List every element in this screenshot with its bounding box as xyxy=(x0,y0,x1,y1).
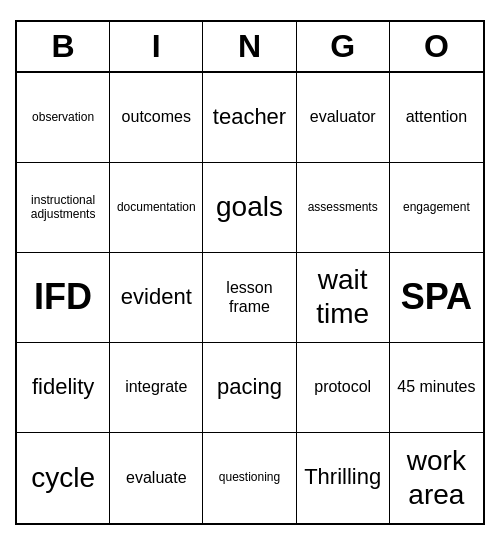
cell-text-7: goals xyxy=(216,190,283,224)
cell-text-14: SPA xyxy=(401,275,472,318)
cell-text-4: attention xyxy=(406,107,467,126)
cell-text-8: assessments xyxy=(308,200,378,214)
cell-text-18: protocol xyxy=(314,377,371,396)
bingo-cell-16: integrate xyxy=(110,343,203,433)
cell-text-0: observation xyxy=(32,110,94,124)
bingo-cell-3: evaluator xyxy=(297,73,390,163)
bingo-cell-11: evident xyxy=(110,253,203,343)
bingo-cell-0: observation xyxy=(17,73,110,163)
bingo-cell-6: documentation xyxy=(110,163,203,253)
cell-text-21: evaluate xyxy=(126,468,187,487)
cell-text-12: lesson frame xyxy=(208,278,290,316)
cell-text-2: teacher xyxy=(213,104,286,130)
bingo-cell-8: assessments xyxy=(297,163,390,253)
cell-text-20: cycle xyxy=(31,461,95,495)
cell-text-3: evaluator xyxy=(310,107,376,126)
cell-text-6: documentation xyxy=(117,200,196,214)
cell-text-10: IFD xyxy=(34,275,92,318)
bingo-cell-15: fidelity xyxy=(17,343,110,433)
bingo-cell-14: SPA xyxy=(390,253,483,343)
bingo-cell-17: pacing xyxy=(203,343,296,433)
bingo-cell-21: evaluate xyxy=(110,433,203,523)
cell-text-17: pacing xyxy=(217,374,282,400)
cell-text-15: fidelity xyxy=(32,374,94,400)
bingo-cell-2: teacher xyxy=(203,73,296,163)
bingo-cell-4: attention xyxy=(390,73,483,163)
cell-text-11: evident xyxy=(121,284,192,310)
bingo-header: BINGO xyxy=(17,22,483,73)
bingo-cell-10: IFD xyxy=(17,253,110,343)
cell-text-24: work area xyxy=(395,444,478,511)
bingo-cell-22: questioning xyxy=(203,433,296,523)
bingo-cell-7: goals xyxy=(203,163,296,253)
cell-text-22: questioning xyxy=(219,470,280,484)
bingo-cell-20: cycle xyxy=(17,433,110,523)
header-letter-o: O xyxy=(390,22,483,71)
bingo-cell-9: engagement xyxy=(390,163,483,253)
cell-text-23: Thrilling xyxy=(304,464,381,490)
bingo-cell-23: Thrilling xyxy=(297,433,390,523)
cell-text-16: integrate xyxy=(125,377,187,396)
header-letter-i: I xyxy=(110,22,203,71)
bingo-cell-1: outcomes xyxy=(110,73,203,163)
header-letter-b: B xyxy=(17,22,110,71)
cell-text-1: outcomes xyxy=(122,107,191,126)
bingo-cell-5: instructional adjustments xyxy=(17,163,110,253)
cell-text-9: engagement xyxy=(403,200,470,214)
bingo-cell-12: lesson frame xyxy=(203,253,296,343)
cell-text-19: 45 minutes xyxy=(397,377,475,396)
bingo-cell-18: protocol xyxy=(297,343,390,433)
bingo-cell-24: work area xyxy=(390,433,483,523)
bingo-cell-19: 45 minutes xyxy=(390,343,483,433)
bingo-cell-13: wait time xyxy=(297,253,390,343)
header-letter-g: G xyxy=(297,22,390,71)
cell-text-5: instructional adjustments xyxy=(22,193,104,222)
bingo-card: BINGO observationoutcomesteacherevaluato… xyxy=(15,20,485,525)
header-letter-n: N xyxy=(203,22,296,71)
bingo-grid: observationoutcomesteacherevaluatoratten… xyxy=(17,73,483,523)
cell-text-13: wait time xyxy=(302,263,384,330)
